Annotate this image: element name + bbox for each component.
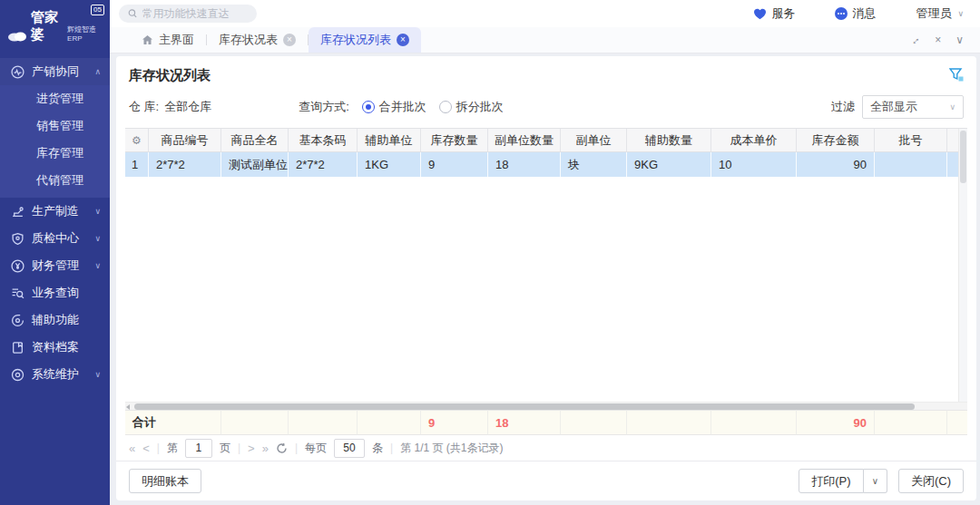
cell: 2*7*2 xyxy=(149,152,221,177)
tab-home[interactable]: 主界面 xyxy=(130,27,206,53)
filter-select[interactable]: 全部显示 ∨ xyxy=(862,95,964,119)
sidebar-item-auxiliary[interactable]: 辅助功能 xyxy=(0,306,110,334)
content-card: 库存状况列表 仓 库: 全部仓库 查询方式: xyxy=(116,56,976,500)
collapse-icon[interactable]: ∨ xyxy=(956,34,964,46)
sidebar-item-manufacturing[interactable]: 生产制造 ∨ xyxy=(0,198,110,225)
header-cell[interactable]: 批号 xyxy=(875,128,947,152)
scrollbar-thumb[interactable] xyxy=(134,403,915,410)
query-mode-label: 查询方式: xyxy=(299,99,349,115)
archive-icon xyxy=(11,341,24,354)
sidebar-item-production-sales[interactable]: 产销协同 ∧ xyxy=(0,58,110,85)
cell: 2*7*2 xyxy=(289,152,358,177)
user-menu[interactable]: 管理员 ∨ xyxy=(916,5,964,22)
per-page-unit: 条 xyxy=(372,441,383,456)
totals-cell xyxy=(875,410,947,435)
scroll-left-arrow-icon[interactable] xyxy=(126,404,130,410)
close-window-icon[interactable]: × xyxy=(935,34,941,46)
sidebar-subitem-inventory[interactable]: 库存管理 xyxy=(0,140,110,167)
first-page-button[interactable]: « xyxy=(129,442,135,455)
last-page-button[interactable]: » xyxy=(262,442,269,455)
header-cell[interactable]: 辅助单位 xyxy=(358,128,421,152)
page-number-input[interactable] xyxy=(185,439,212,458)
message-icon xyxy=(835,7,848,20)
sidebar-item-business-query[interactable]: 业务查询 xyxy=(0,279,110,306)
refresh-icon[interactable] xyxy=(276,442,288,454)
header-cell[interactable]: 副单位数量 xyxy=(488,128,561,152)
search-icon xyxy=(128,8,138,19)
table-row-selected[interactable]: 1 2*7*2 测试副单位 2*7*2 1KG 9 18 块 9KG 10 90 xyxy=(125,152,967,177)
brand-suffix: 辉煌智造ERP xyxy=(67,24,103,43)
tab-inventory-status-list[interactable]: 库存状况列表 × xyxy=(309,27,421,53)
cell xyxy=(875,152,947,177)
sidebar-subitem-consignment[interactable]: 代销管理 xyxy=(0,167,110,194)
divider: | xyxy=(238,442,240,454)
filter-funnel-icon[interactable] xyxy=(949,68,964,84)
header-cell[interactable]: 库存金额 xyxy=(797,128,875,152)
totals-cell xyxy=(627,410,711,435)
subitem-label: 库存管理 xyxy=(36,145,83,161)
totals-cell xyxy=(221,410,289,435)
header-cell[interactable]: 基本条码 xyxy=(289,128,358,152)
sidebar-subitem-sales[interactable]: 销售管理 xyxy=(0,112,110,140)
cell: 18 xyxy=(488,152,561,177)
scrollbar-thumb[interactable] xyxy=(960,131,966,183)
maximize-icon[interactable]: ↔ xyxy=(906,32,923,48)
subitem-label: 进货管理 xyxy=(36,91,83,107)
sidebar-item-label: 系统维护 xyxy=(32,366,87,383)
totals-cell: 9 xyxy=(421,410,488,435)
card-footer: 明细账本 打印(P) ∨ 关闭(C) xyxy=(116,461,976,500)
sidebar-item-finance[interactable]: 财务管理 ∨ xyxy=(0,252,110,279)
header-cell[interactable]: 商品全名 xyxy=(221,128,289,152)
sidebar-item-system[interactable]: 系统维护 ∨ xyxy=(0,361,110,388)
radio-split-batch[interactable]: 拆分批次 xyxy=(439,99,504,115)
chevron-down-icon: ∨ xyxy=(94,370,101,379)
detail-ledger-button[interactable]: 明细账本 xyxy=(129,469,201,493)
header-cell[interactable]: 成本单价 xyxy=(711,128,797,152)
header-cell[interactable]: 库存数量 xyxy=(421,128,488,152)
totals-cell xyxy=(561,410,627,435)
divider: | xyxy=(390,442,393,454)
tabbar: 主界面 库存状况表 × 库存状况列表 × ↔ × ∨ xyxy=(110,27,980,53)
close-icon[interactable]: × xyxy=(283,34,296,46)
print-split-button: 打印(P) ∨ xyxy=(799,469,887,493)
tab-inventory-status[interactable]: 库存状况表 × xyxy=(207,27,308,53)
close-icon[interactable]: × xyxy=(397,34,409,46)
inventory-table: ⚙ 商品编号 商品全名 基本条码 辅助单位 库存数量 副单位数量 副单位 辅助数… xyxy=(125,128,967,435)
sidebar-item-label: 财务管理 xyxy=(32,257,87,274)
close-button[interactable]: 关闭(C) xyxy=(898,469,964,493)
nav-group-expanded: 产销协同 ∧ 进货管理 销售管理 库存管理 代销管理 xyxy=(0,58,110,198)
sidebar: 管家婆 辉煌智造ERP 05 产销协同 ∧ 进货管理 销售管理 库存管理 xyxy=(0,0,110,505)
search-input[interactable] xyxy=(142,7,248,20)
chevron-down-icon: ∨ xyxy=(94,207,101,216)
header-cell[interactable]: 辅助数量 xyxy=(627,128,711,152)
service-button[interactable]: 服务 xyxy=(753,5,795,22)
warehouse-filter[interactable]: 仓 库: 全部仓库 xyxy=(129,99,211,115)
prev-page-button[interactable]: < xyxy=(142,442,150,455)
subitem-label: 代销管理 xyxy=(36,172,83,189)
message-label: 消息 xyxy=(852,5,876,22)
heart-icon xyxy=(753,8,767,20)
next-page-button[interactable]: > xyxy=(248,442,255,455)
print-options-button[interactable]: ∨ xyxy=(864,469,887,493)
totals-cell xyxy=(947,410,967,435)
cell: 9KG xyxy=(627,152,711,177)
header-cell[interactable]: 商品编号 xyxy=(149,128,221,152)
sidebar-subitem-purchase[interactable]: 进货管理 xyxy=(0,85,110,112)
message-button[interactable]: 消息 xyxy=(835,5,876,22)
horizontal-scrollbar[interactable] xyxy=(125,402,967,410)
column-settings-cell[interactable]: ⚙ xyxy=(125,128,149,152)
sidebar-item-archives[interactable]: 资料档案 xyxy=(0,334,110,361)
per-page-input[interactable] xyxy=(334,439,365,458)
row-number-cell: 1 xyxy=(125,152,149,177)
radio-merge-batch[interactable]: 合并批次 xyxy=(362,99,426,115)
sidebar-item-quality[interactable]: 质检中心 ∨ xyxy=(0,225,110,252)
sidebar-item-label: 产销协同 xyxy=(32,63,87,80)
warehouse-value: 全部仓库 xyxy=(164,99,211,115)
vertical-scrollbar[interactable] xyxy=(958,129,967,402)
page-suffix: 页 xyxy=(220,441,230,456)
chevron-down-icon: ∨ xyxy=(94,234,101,243)
quick-search[interactable] xyxy=(119,5,257,23)
table-header-row: ⚙ 商品编号 商品全名 基本条码 辅助单位 库存数量 副单位数量 副单位 辅助数… xyxy=(125,128,967,152)
header-cell[interactable]: 副单位 xyxy=(561,128,627,152)
print-button[interactable]: 打印(P) xyxy=(799,469,863,493)
